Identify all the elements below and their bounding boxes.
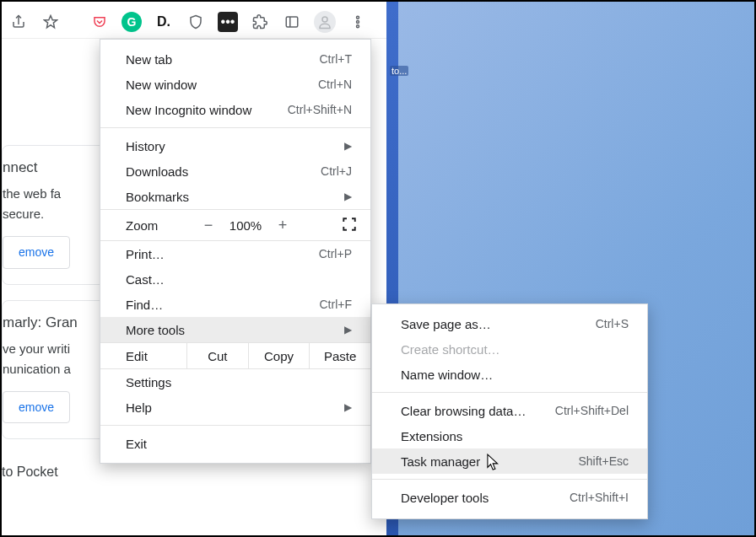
zoom-in-button[interactable]: + [267,217,298,234]
menu-bookmarks[interactable]: Bookmarks▶ [100,184,370,209]
ublock-icon[interactable] [186,12,206,32]
share-icon[interactable] [8,12,29,32]
menu-icon[interactable] [348,12,368,32]
edit-cut-button[interactable]: Cut [186,343,248,368]
svg-rect-0 [286,17,298,27]
menu-find[interactable]: Find…Ctrl+F [100,292,370,317]
edit-copy-button[interactable]: Copy [248,343,310,368]
menu-history[interactable]: History▶ [100,133,370,158]
menu-downloads[interactable]: DownloadsCtrl+J [100,158,370,184]
menu-more-tools[interactable]: More tools▶ [100,317,370,342]
svg-point-4 [357,24,359,27]
profile-icon[interactable] [314,11,336,33]
menu-new-window[interactable]: New windowCtrl+N [100,72,370,97]
menu-exit[interactable]: Exit [100,431,370,456]
submenu-save-page[interactable]: Save page as…Ctrl+S [372,311,647,336]
chevron-right-icon: ▶ [344,401,352,413]
remove-button[interactable]: emove [3,236,70,268]
chrome-menu: New tabCtrl+T New windowCtrl+N New Incog… [100,39,371,464]
submenu-task-manager[interactable]: Task managerShift+Esc [372,448,647,474]
page-tail-text: to Pocket [2,465,289,480]
svg-point-1 [322,17,327,22]
menu-separator [372,479,647,480]
grammarly-icon[interactable]: G [122,12,142,32]
menu-settings[interactable]: Settings [100,369,370,395]
menu-separator [100,425,370,426]
submenu-extensions[interactable]: Extensions [372,423,647,448]
edit-paste-button[interactable]: Paste [309,343,370,368]
pocket-icon[interactable] [89,12,110,32]
menu-cast[interactable]: Cast… [100,266,370,292]
svg-point-2 [357,16,359,19]
zoom-value: 100% [224,218,267,233]
svg-point-3 [357,20,359,23]
menu-incognito[interactable]: New Incognito windowCtrl+Shift+N [100,97,370,122]
menu-zoom-row: Zoom − 100% + [100,209,370,241]
edit-label: Edit [126,349,186,363]
submenu-developer-tools[interactable]: Developer toolsCtrl+Shift+I [372,485,647,510]
browser-toolbar: G D. ••• [2,5,386,39]
extensions-icon[interactable] [250,12,270,32]
dashlane-icon[interactable]: D. [154,12,174,32]
zoom-label: Zoom [126,218,193,233]
submenu-clear-browsing-data[interactable]: Clear browsing data…Ctrl+Shift+Del [372,398,647,423]
submenu-name-window[interactable]: Name window… [372,362,647,387]
remove-button[interactable]: emove [3,391,70,423]
menu-edit-row: Edit Cut Copy Paste [100,342,370,369]
chevron-right-icon: ▶ [344,191,352,202]
zoom-out-button[interactable]: − [193,217,224,234]
submenu-create-shortcut: Create shortcut… [372,336,647,362]
star-icon[interactable] [40,12,61,32]
menu-separator [100,127,370,128]
lastpass-icon[interactable]: ••• [218,12,238,32]
sidepanel-icon[interactable] [282,12,302,32]
menu-new-tab[interactable]: New tabCtrl+T [100,46,370,72]
more-tools-submenu: Save page as…Ctrl+S Create shortcut… Nam… [371,303,648,519]
desktop-icon-label: to... [390,66,408,76]
menu-help[interactable]: Help▶ [100,395,370,420]
chevron-right-icon: ▶ [344,324,352,336]
fullscreen-icon[interactable] [342,217,357,234]
chevron-right-icon: ▶ [344,140,352,152]
menu-print[interactable]: Print…Ctrl+P [100,241,370,266]
menu-separator [372,392,647,393]
